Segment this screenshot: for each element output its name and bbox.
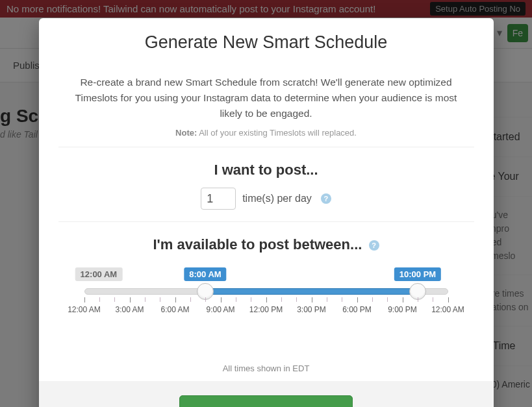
tick-label: 6:00 PM	[342, 305, 372, 314]
tick-label: 3:00 AM	[115, 305, 144, 314]
intro-block: Re-create a brand new Smart Schedule fro…	[58, 63, 474, 147]
post-frequency-row: time(s) per day ?	[58, 188, 474, 210]
intro-note-text: All of your existing Timeslots will repl…	[197, 128, 357, 138]
modal-overlay[interactable]: Generate New Smart Schedule Re-create a …	[0, 0, 532, 407]
modal-footer: Generate New Schedule * Note: All of you…	[39, 381, 494, 407]
tick-label: 12:00 PM	[249, 305, 283, 314]
help-icon[interactable]: ?	[321, 193, 331, 204]
times-per-day-suffix: time(s) per day	[242, 193, 312, 204]
slider-end-label: 10:00 PM	[394, 267, 441, 281]
slider-ticks	[84, 297, 448, 302]
time-range-slider[interactable]: 12:00 AM 8:00 AM 10:00 PM 12:00 AM3:00 A…	[84, 267, 448, 313]
help-icon[interactable]: ?	[369, 240, 379, 251]
post-frequency-title: I want to post...	[58, 162, 474, 179]
availability-title: I'm available to post between... ?	[58, 236, 474, 253]
tick-label: 12:00 AM	[431, 305, 464, 314]
post-frequency-section: I want to post... time(s) per day ?	[58, 147, 474, 222]
timezone-note: All times shown in EDT	[58, 364, 474, 373]
tick-label: 9:00 AM	[206, 305, 234, 314]
modal-body: Re-create a brand new Smart Schedule fro…	[39, 63, 494, 381]
tick-label: 9:00 PM	[388, 305, 417, 314]
modal-title: Generate New Smart Schedule	[58, 32, 474, 53]
slider-fill	[205, 288, 418, 295]
times-per-day-input[interactable]	[201, 188, 236, 210]
modal-header: Generate New Smart Schedule	[39, 18, 494, 63]
tick-label: 3:00 PM	[297, 305, 326, 314]
slider-start-label: 8:00 AM	[184, 267, 226, 281]
intro-note-label: Note:	[175, 128, 197, 138]
availability-section: I'm available to post between... ? 12:00…	[58, 222, 474, 381]
generate-schedule-modal: Generate New Smart Schedule Re-create a …	[39, 18, 494, 407]
availability-title-text: I'm available to post between...	[153, 236, 362, 253]
intro-note: Note: All of your existing Timeslots wil…	[68, 128, 465, 138]
intro-text: Re-create a brand new Smart Schedule fro…	[68, 75, 465, 121]
generate-new-schedule-button[interactable]: Generate New Schedule	[179, 395, 353, 407]
tick-label: 12:00 AM	[68, 305, 101, 314]
slider-min-label: 12:00 AM	[75, 267, 123, 281]
tick-label: 6:00 AM	[160, 305, 189, 314]
